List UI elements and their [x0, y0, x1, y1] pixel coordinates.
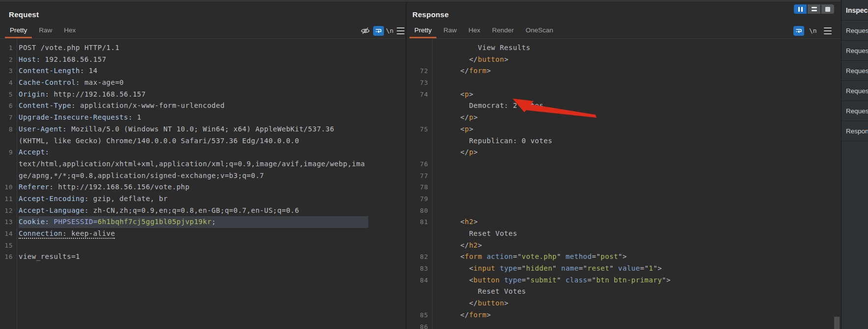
code-line[interactable]: </p> — [407, 147, 841, 158]
line-number: 72 — [407, 65, 431, 77]
code-line-7[interactable]: 7Upgrade-Insecure-Requests: 1 — [0, 112, 406, 124]
code-text: Referer: http://192.168.56.156/vote.php — [19, 181, 190, 193]
inspector-section-3[interactable]: Reques — [841, 61, 868, 81]
line-number: 9 — [0, 147, 16, 158]
inspector-section-2[interactable]: Reques — [841, 41, 868, 61]
code-text: </h2> — [434, 240, 482, 252]
code-line-10[interactable]: 10Referer: http://192.168.56.156/vote.ph… — [0, 181, 406, 193]
code-line-84[interactable]: 84 <button type="submit" class="btn btn-… — [407, 275, 841, 286]
line-number: 85 — [407, 309, 431, 321]
response-menu-hamburger-icon[interactable] — [824, 27, 832, 34]
code-line-82[interactable]: 82 <form action="vote.php" method="post"… — [407, 251, 841, 263]
code-line-3[interactable]: 3Content-Length: 14 — [0, 65, 406, 77]
layout-columns-button[interactable] — [794, 4, 807, 14]
code-line[interactable]: </button> — [407, 54, 841, 66]
code-line[interactable]: View Results — [407, 42, 841, 54]
code-line-6[interactable]: 6Content-Type: application/x-www-form-ur… — [0, 100, 406, 112]
code-line-79[interactable]: 79 — [407, 193, 841, 205]
inspector-section-6[interactable]: Respon — [841, 121, 868, 141]
code-line[interactable]: ge/apng,*/*;q=0.8,application/signed-exc… — [0, 170, 406, 182]
line-number: 6 — [0, 100, 16, 112]
code-line-1[interactable]: 1POST /vote.php HTTP/1.1 — [0, 42, 406, 54]
code-line-76[interactable]: 76 — [407, 158, 841, 170]
code-line-72[interactable]: 72 </form> — [407, 65, 841, 77]
code-line-83[interactable]: 83 <input type="hidden" name="reset" val… — [407, 263, 841, 275]
code-text: </form> — [434, 309, 491, 321]
code-text: Reset Votes — [434, 228, 517, 240]
code-text: </p> — [434, 147, 478, 158]
code-line-14[interactable]: 14Connection: keep-alive — [0, 228, 406, 240]
code-line[interactable]: text/html,application/xhtml+xml,applicat… — [0, 158, 406, 170]
code-text: <form action="vote.php" method="post"> — [434, 251, 627, 263]
code-text: User-Agent: Mozilla/5.0 (Windows NT 10.0… — [19, 124, 334, 135]
inspector-section-4[interactable]: Reques — [841, 81, 868, 101]
code-line-78[interactable]: 78 — [407, 181, 841, 193]
request-tab-raw[interactable]: Raw — [33, 23, 58, 38]
request-editor[interactable]: 1POST /vote.php HTTP/1.12Host: 192.168.5… — [0, 39, 406, 329]
request-tab-hex[interactable]: Hex — [58, 23, 81, 38]
line-number: 80 — [407, 205, 431, 217]
code-text: <button type="submit" class="btn btn-pri… — [434, 275, 671, 286]
response-tab-render[interactable]: Render — [486, 23, 519, 38]
code-line-9[interactable]: 9Accept: — [0, 147, 406, 158]
code-line[interactable]: Reset Votes — [407, 228, 841, 240]
code-line-12[interactable]: 12Accept-Language: zh-CN,zh;q=0.9,en;q=0… — [0, 205, 406, 217]
code-text: Reset Votes — [434, 286, 526, 298]
code-line-11[interactable]: 11Accept-Encoding: gzip, deflate, br — [0, 193, 406, 205]
code-line[interactable]: </h2> — [407, 240, 841, 252]
code-line-13[interactable]: 13Cookie: PHPSESSID=6h1bqhf7cj5gg1bl05pj… — [0, 216, 406, 228]
code-line-75[interactable]: 75 <p> — [407, 124, 841, 135]
code-text: <p> — [434, 124, 473, 135]
request-tab-pretty[interactable]: Pretty — [4, 23, 33, 38]
code-line-2[interactable]: 2Host: 192.168.56.157 — [0, 54, 406, 66]
hide-headers-eye-slash-icon[interactable] — [360, 26, 371, 36]
response-tab-pretty[interactable]: Pretty — [408, 23, 437, 38]
code-line-80[interactable]: 80 — [407, 205, 841, 217]
code-text: </p> — [434, 112, 478, 124]
response-tab-raw[interactable]: Raw — [437, 23, 462, 38]
scrollbar-thumb[interactable] — [834, 317, 840, 329]
code-line-81[interactable]: 81 <h2> — [407, 216, 841, 228]
response-editor[interactable]: View Results </button>72 </form>7374 <p>… — [407, 39, 841, 329]
code-line-74[interactable]: 74 <p> — [407, 89, 841, 101]
code-line-4[interactable]: 4Cache-Control: max-age=0 — [0, 77, 406, 89]
code-line[interactable]: </button> — [407, 298, 841, 309]
soft-wrap-icon[interactable] — [793, 26, 804, 36]
soft-wrap-icon[interactable] — [373, 26, 384, 36]
code-line[interactable]: Republican: 0 votes — [407, 135, 841, 147]
code-line-85[interactable]: 85 </form> — [407, 309, 841, 321]
code-line-77[interactable]: 77 — [407, 170, 841, 182]
code-line-16[interactable]: 16view_results=1 — [0, 251, 406, 263]
line-number — [407, 240, 431, 252]
code-line-8[interactable]: 8User-Agent: Mozilla/5.0 (Windows NT 10.… — [0, 124, 406, 135]
layout-buttons — [794, 4, 834, 14]
line-number: 75 — [407, 124, 431, 135]
line-number — [407, 298, 431, 309]
inspector-title: Inspec — [841, 0, 868, 21]
code-line-73[interactable]: 73 — [407, 77, 841, 89]
layout-rows-button[interactable] — [808, 4, 820, 14]
code-line-5[interactable]: 5Origin: http://192.168.56.157 — [0, 89, 406, 101]
single-layout-icon — [825, 7, 830, 12]
code-text: Upgrade-Insecure-Requests: 1 — [19, 112, 141, 124]
code-line-15[interactable]: 15 — [0, 240, 406, 252]
code-line[interactable]: (KHTML, like Gecko) Chrome/140.0.0.0 Saf… — [0, 135, 406, 147]
inspector-section-5[interactable]: Reques — [841, 101, 868, 121]
line-number — [0, 170, 16, 182]
code-line[interactable]: Reset Votes — [407, 286, 841, 298]
code-line[interactable]: </p> — [407, 112, 841, 124]
response-tab-onescan[interactable]: OneScan — [520, 23, 559, 38]
inspector-section-1[interactable]: Reques — [841, 21, 868, 41]
line-number: 83 — [407, 263, 431, 275]
layout-single-button[interactable] — [821, 4, 834, 14]
newline-toggle-icon[interactable]: \n — [386, 27, 394, 34]
code-line-86[interactable]: 86 — [407, 321, 841, 329]
response-tab-hex[interactable]: Hex — [462, 23, 486, 38]
code-text: Cookie: PHPSESSID=6h1bqhf7cj5gg1bl05pjvp… — [19, 216, 368, 228]
code-line[interactable]: Democrat: 2 votes — [407, 100, 841, 112]
request-menu-hamburger-icon[interactable] — [397, 27, 405, 34]
response-gutter-divider — [432, 39, 433, 329]
code-text: <h2> — [434, 216, 478, 228]
newline-toggle-icon[interactable]: \n — [809, 27, 817, 34]
line-number — [407, 112, 431, 124]
